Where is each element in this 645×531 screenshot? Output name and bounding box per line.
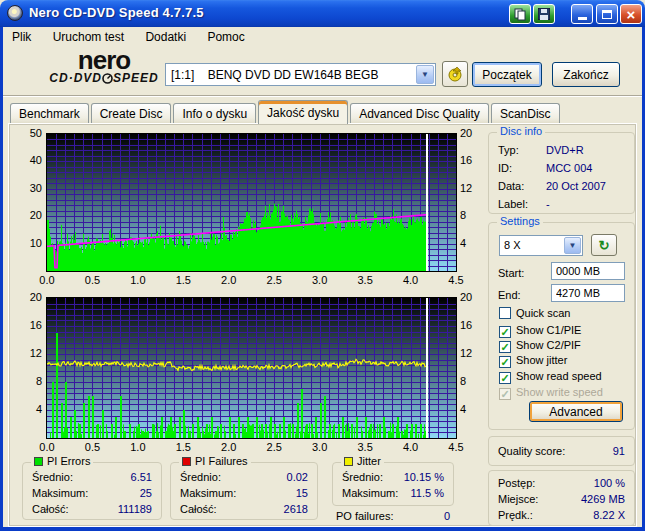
end-input[interactable] — [551, 284, 625, 302]
axis-tick-label: 2.5 — [262, 441, 286, 453]
checkbox-label: Quick scan — [516, 307, 570, 319]
tab-create-disc[interactable]: Create Disc — [91, 103, 172, 124]
speed-select-value: 8 X — [504, 239, 521, 251]
stats-title-text: PI Errors — [47, 455, 90, 467]
axis-tick-label: 50 — [22, 127, 42, 139]
axis-tick-label: 4.5 — [444, 274, 468, 286]
checkbox-show-jitter[interactable]: ✓Show jitter — [499, 354, 567, 369]
settings-groupbox: Settings 8 X ▼ ↻ Start: End: Quick scan … — [488, 222, 635, 430]
app-icon — [7, 5, 23, 21]
speedometer-icon — [102, 73, 113, 84]
window-title: Nero CD-DVD Speed 4.7.7.5 — [29, 5, 204, 20]
checkbox-box[interactable] — [499, 307, 511, 319]
avg-value: 10.15 % — [404, 471, 444, 483]
disc-type-label: Typ: — [498, 144, 519, 156]
chevron-down-icon[interactable]: ▼ — [416, 65, 434, 84]
axis-tick-label: 12 — [460, 347, 472, 359]
checkbox-show-read-speed[interactable]: ✓Show read speed — [499, 370, 602, 385]
close-button[interactable]: × — [620, 4, 642, 24]
axis-tick-label: 8 — [460, 209, 466, 221]
quality-score-value: 91 — [613, 445, 625, 457]
axis-tick-label: 4 — [22, 403, 42, 415]
axis-tick-label: 16 — [460, 319, 472, 331]
max-value: 25 — [140, 487, 152, 499]
checkbox-label: Show read speed — [516, 370, 602, 382]
checkbox-label: Show jitter — [516, 354, 567, 366]
max-value: 15 — [296, 487, 308, 499]
refresh-button[interactable]: ↻ — [591, 234, 617, 256]
checkbox-box[interactable]: ✓ — [499, 341, 511, 353]
start-button[interactable]: Początek — [472, 62, 542, 87]
maximize-button[interactable] — [596, 4, 618, 24]
avg-label: Średnio: — [180, 471, 221, 483]
pi-failures-stats-box: PI Failures Średnio:0.02 Maksimum:15 Cał… — [170, 462, 318, 520]
menu-bar: Plik Uruchom test Dodatki Pomoc — [3, 27, 642, 47]
axis-tick-label: 8 — [22, 375, 42, 387]
axis-tick-label: 2.0 — [217, 274, 241, 286]
disc-info-groupbox: Disc info Typ:DVD+R ID:MCC 004 Data:20 O… — [488, 132, 635, 214]
menu-uruchom-test[interactable]: Uruchom test — [44, 27, 133, 44]
checkbox-box[interactable]: ✓ — [499, 326, 511, 338]
position-label: Miejsce: — [498, 493, 538, 505]
avg-label: Średnio: — [342, 471, 383, 483]
drive-selector[interactable]: [1:1] BENQ DVD DD EW164B BEGB ▼ — [165, 63, 436, 86]
disc-date-value: 20 Oct 2007 — [546, 180, 606, 192]
po-failures-row: PO failures: 0 — [336, 510, 454, 525]
axis-tick-label: 1.5 — [171, 441, 195, 453]
axis-tick-label: 20 — [22, 209, 42, 221]
title-bar[interactable]: Nero CD-DVD Speed 4.7.7.5 × — [0, 0, 645, 27]
copy-to-clipboard-button[interactable] — [509, 4, 531, 24]
refresh-icon: ↻ — [599, 238, 610, 253]
tab-jakosc-dysku[interactable]: Jakość dysku — [258, 100, 348, 124]
jitter-stats-box: Jitter Średnio:10.15 % Maksimum:11.5 % — [332, 462, 454, 506]
checkbox-show-c2-pif[interactable]: ✓Show C2/PIF — [499, 339, 581, 354]
axis-tick-label: 3.5 — [353, 441, 377, 453]
chevron-down-icon[interactable]: ▼ — [564, 237, 581, 254]
menu-dodatki[interactable]: Dodatki — [136, 27, 195, 44]
axis-tick-label: 10 — [22, 237, 42, 249]
copy-icon — [514, 8, 526, 21]
max-label: Maksimum: — [32, 487, 88, 499]
eject-button[interactable] — [442, 61, 468, 87]
axis-tick-label: 12 — [22, 347, 42, 359]
minimize-button[interactable] — [571, 4, 593, 24]
checkbox-box[interactable]: ✓ — [499, 356, 511, 368]
axis-tick-label: 1.0 — [126, 441, 150, 453]
tab-scandisc[interactable]: ScanDisc — [491, 103, 560, 124]
stop-button[interactable]: Zakończ — [552, 62, 620, 87]
axis-tick-label: 16 — [460, 154, 472, 166]
checkbox-quick-scan[interactable]: Quick scan — [499, 307, 570, 322]
disc-type-value: DVD+R — [546, 144, 584, 156]
advanced-button[interactable]: Advanced — [529, 401, 623, 422]
axis-tick-label: 40 — [22, 154, 42, 166]
axis-tick-label: 0.0 — [35, 274, 59, 286]
save-button[interactable] — [533, 4, 555, 24]
save-icon — [538, 8, 550, 20]
pi-failures-chart: 48121620481216200.00.51.01.52.02.53.03.5… — [22, 292, 492, 458]
window-border-bottom — [0, 527, 645, 531]
menu-plik[interactable]: Plik — [3, 27, 40, 44]
avg-label: Średnio: — [32, 471, 73, 483]
start-input[interactable] — [551, 262, 625, 280]
checkbox-show-c1-pie[interactable]: ✓Show C1/PIE — [499, 324, 581, 339]
axis-tick-label: 16 — [22, 319, 42, 331]
tab-benchmark[interactable]: Benchmark — [10, 103, 89, 124]
checkbox-box[interactable]: ✓ — [499, 372, 511, 384]
menu-pomoc[interactable]: Pomoc — [198, 27, 253, 44]
axis-tick-label: 3.0 — [308, 441, 332, 453]
position-value: 4269 MB — [581, 493, 625, 505]
axis-tick-label: 8 — [460, 375, 466, 387]
axis-tick-label: 1.0 — [126, 274, 150, 286]
speed-select[interactable]: 8 X ▼ — [499, 235, 583, 256]
disc-id-value: MCC 004 — [546, 162, 592, 174]
tab-info-o-dysku[interactable]: Info o dysku — [173, 103, 256, 124]
axis-tick-label: 4.0 — [399, 274, 423, 286]
app-window: Nero CD-DVD Speed 4.7.7.5 × Plik Uruchom… — [0, 0, 645, 531]
pi-errors-stats-box: PI Errors Średnio:6.51 Maksimum:25 Całoś… — [22, 462, 162, 520]
maximize-icon — [602, 10, 612, 19]
stats-title-text: PI Failures — [195, 455, 248, 467]
disc-info-title: Disc info — [497, 125, 545, 137]
quality-score-box: Quality score:91 — [488, 436, 635, 466]
tab-advanced-disc-quality[interactable]: Advanced Disc Quality — [350, 103, 489, 124]
pi-failures-plot-area — [46, 297, 457, 439]
